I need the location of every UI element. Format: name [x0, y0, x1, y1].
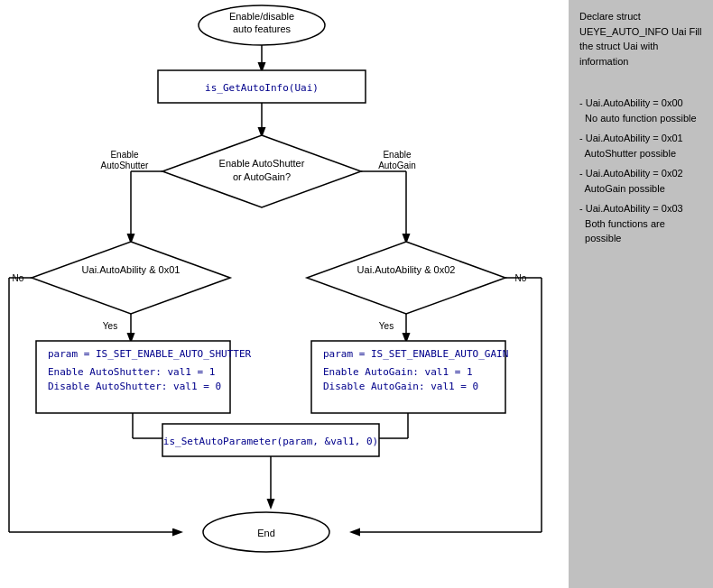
start-node-2: auto features [233, 23, 292, 34]
left-box-line1: param = IS_SET_ENABLE_AUTO_SHUTTER [48, 348, 252, 360]
enable-autogain-label-2: AutoGain [378, 161, 416, 170]
sidebar: Declare struct UEYE_AUTO_INFO Uai Fill t… [569, 0, 713, 588]
left-yes-label: Yes [103, 321, 117, 331]
sidebar-section-1-text: Declare struct UEYE_AUTO_INFO Uai Fill t… [579, 11, 702, 67]
sidebar-section-1: Declare struct UEYE_AUTO_INFO Uai Fill t… [579, 9, 702, 69]
sidebar-section-2: - Uai.AutoAbility = 0x00 No auto functio… [579, 96, 702, 246]
svg-marker-9 [32, 242, 230, 314]
left-box-line2: Enable AutoShutter: val1 = 1 [48, 366, 215, 378]
right-diamond: Uai.AutoAbility & 0x02 [357, 264, 456, 275]
right-box-line2: Enable AutoGain: val1 = 1 [323, 366, 473, 378]
sidebar-item-3: - Uai.AutoAbility = 0x02 AutoGain possib… [579, 166, 702, 196]
enable-question-node-2: or AutoGain? [233, 171, 291, 182]
start-node: Enable/disable [229, 11, 294, 22]
right-box-line3: Disable AutoGain: val1 = 0 [323, 381, 478, 392]
get-auto-info-node: is_GetAutoInfo(Uai) [205, 82, 319, 94]
svg-marker-10 [307, 242, 505, 314]
enable-autoshutter-label-2: AutoShutter [101, 161, 149, 170]
sidebar-item-1: - Uai.AutoAbility = 0x00 No auto functio… [579, 96, 702, 125]
set-auto-param-node: is_SetAutoParameter(param, &val1, 0) [163, 436, 378, 447]
left-diamond: Uai.AutoAbility & 0x01 [82, 264, 181, 275]
flowchart-area: Enable/disable auto features is_GetAutoI… [0, 0, 569, 588]
enable-autogain-label: Enable [383, 150, 412, 160]
left-box-line3: Disable AutoShutter: val1 = 0 [48, 381, 221, 392]
right-box-line1: param = IS_SET_ENABLE_AUTO_GAIN [323, 348, 508, 360]
enable-question-node: Enable AutoShutter [219, 158, 305, 169]
enable-autoshutter-label: Enable [110, 150, 139, 160]
sidebar-item-2: - Uai.AutoAbility = 0x01 AutoShutter pos… [579, 131, 702, 161]
sidebar-item-4: - Uai.AutoAbility = 0x03 Both functions … [579, 201, 702, 246]
end-node: End [257, 528, 275, 538]
right-yes-label: Yes [379, 321, 394, 331]
